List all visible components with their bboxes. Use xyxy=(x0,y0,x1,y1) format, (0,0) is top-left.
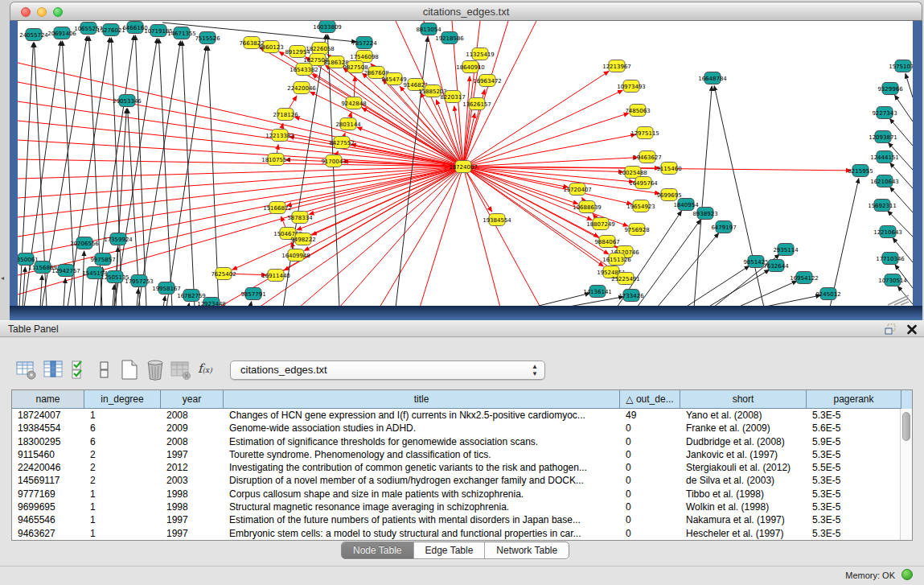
graph-node[interactable]: 15166872 xyxy=(263,202,292,214)
table-row[interactable]: 2242004622012Investigating the contribut… xyxy=(12,461,901,474)
graph-node[interactable]: 20691406 xyxy=(47,27,76,39)
graph-node[interactable]: 7515526 xyxy=(195,32,220,44)
graph-node[interactable]: 8938923 xyxy=(692,208,717,220)
graph-node[interactable]: 16911440 xyxy=(261,270,290,282)
table-row[interactable]: 1830029562008Estimation of significance … xyxy=(12,435,901,448)
graph-node[interactable]: 9857791 xyxy=(240,288,265,300)
network-window-titlebar[interactable]: citations_edges.txt xyxy=(10,2,922,21)
graph-node[interactable]: 20206556 xyxy=(70,237,99,249)
table-row[interactable]: 1872400712008Changes of HCN gene express… xyxy=(12,409,901,422)
graph-node[interactable]: 12444151 xyxy=(870,151,899,163)
graph-node[interactable]: 9699695 xyxy=(656,189,681,201)
tab-edge-table[interactable]: Edge Table xyxy=(414,542,486,558)
graph-node[interactable]: 2803144 xyxy=(335,118,361,130)
scrollbar-thumb[interactable] xyxy=(902,412,910,441)
graph-node[interactable]: 18640910 xyxy=(456,61,485,73)
graph-node[interactable]: 17359924 xyxy=(104,233,133,245)
table-row[interactable]: 1938455462009Genome-wide association stu… xyxy=(12,422,901,435)
column-header-out_de[interactable]: △ out_de... xyxy=(620,390,680,409)
graph-node[interactable]: 16648784 xyxy=(698,72,727,84)
graph-node[interactable]: 16963472 xyxy=(473,75,502,87)
graph-node[interactable]: 8215955 xyxy=(848,165,873,177)
close-panel-icon[interactable] xyxy=(906,323,918,336)
function-builder-icon[interactable]: f(x) xyxy=(198,359,222,381)
column-select-icon[interactable] xyxy=(42,359,66,381)
float-panel-icon[interactable] xyxy=(885,323,898,336)
graph-node[interactable]: 16210643 xyxy=(870,175,899,187)
graph-node[interactable]: 9170043 xyxy=(321,155,346,167)
column-header-year[interactable]: year xyxy=(161,390,224,409)
column-header-pagerank[interactable]: pagerank xyxy=(807,390,901,409)
graph-node[interactable]: 13626157 xyxy=(462,98,491,110)
graph-node[interactable]: 12210643 xyxy=(873,226,902,238)
graph-node[interactable]: 6479197 xyxy=(711,221,736,233)
graph-node[interactable]: 15692311 xyxy=(868,200,897,212)
graph-node[interactable]: 7485063 xyxy=(625,105,650,117)
graph-node[interactable]: 5878334 xyxy=(287,212,313,224)
graph-node[interactable]: 19463627 xyxy=(633,151,662,163)
graph-node[interactable]: 9329966 xyxy=(877,83,903,95)
table-row[interactable]: 969969511998Structural magnetic resonanc… xyxy=(12,501,901,513)
graph-node[interactable]: 9227343 xyxy=(872,107,897,119)
graph-node[interactable]: 15751074 xyxy=(889,60,913,72)
tab-node-table[interactable]: Node Table xyxy=(342,542,414,558)
collapsed-control-panel-strip[interactable] xyxy=(0,0,10,320)
table-row[interactable]: 977716911998Corpus callosum shape and si… xyxy=(12,488,901,501)
table-row[interactable]: 911546021997Tourette syndrome. Phenomeno… xyxy=(12,448,901,461)
graph-node[interactable]: 9245012 xyxy=(815,288,840,300)
status-bar: Memory: OK xyxy=(0,566,924,585)
memory-status-indicator[interactable] xyxy=(901,569,913,580)
graph-node[interactable]: 9115460 xyxy=(656,163,681,175)
graph-node[interactable]: 9756928 xyxy=(624,224,649,236)
table-selector-dropdown[interactable]: citations_edges.txt ▲▼ xyxy=(230,360,545,380)
column-header-in_degree[interactable]: in_degree xyxy=(84,390,161,409)
graph-node[interactable]: 12213383 xyxy=(265,130,294,142)
graph-node[interactable]: 19218586 xyxy=(435,32,464,44)
graph-node[interactable]: 22420046 xyxy=(287,82,316,94)
column-header-title[interactable]: title xyxy=(224,390,620,409)
graph-node[interactable]: 17710346 xyxy=(876,253,905,265)
rows-icon[interactable] xyxy=(93,359,117,381)
graph-node[interactable]: 24055724 xyxy=(19,29,48,41)
graph-node[interactable]: 12213967 xyxy=(602,60,631,72)
table-row[interactable]: 946362711997Embryonic stem cells: a mode… xyxy=(12,527,901,540)
graph-node[interactable]: 16782759 xyxy=(177,290,206,302)
splitter-collapse-arrow[interactable]: ◂ xyxy=(1,274,4,282)
graph-node[interactable]: 12093871 xyxy=(869,131,897,143)
node-table[interactable]: namein_degreeyeartitle△ out_de...shortpa… xyxy=(11,389,913,541)
graph-node[interactable]: 10688639 xyxy=(573,201,602,213)
graph-node[interactable]: 1840954 xyxy=(673,199,699,211)
table-cell: 0 xyxy=(620,474,680,487)
graph-node[interactable]: 1733426 xyxy=(618,290,644,302)
graph-node[interactable]: 19654923 xyxy=(626,200,655,212)
table-row[interactable]: 946554611997Estimation of the future num… xyxy=(12,513,901,526)
graph-node[interactable]: 15720407 xyxy=(563,183,592,196)
column-header-name[interactable]: name xyxy=(12,390,84,409)
network-graph[interactable]: 2405572420691406106552571527602164661601… xyxy=(18,21,913,307)
graph-node[interactable]: 8813054 xyxy=(416,23,441,35)
table-settings-icon[interactable] xyxy=(14,359,39,381)
graph-node[interactable]: 7857224 xyxy=(351,37,377,49)
table-cell: 0 xyxy=(620,501,680,513)
graph-node[interactable]: 11325419 xyxy=(466,48,495,60)
graph-node[interactable]: 16033809 xyxy=(313,21,342,33)
graph-node[interactable]: 12975115 xyxy=(630,127,659,139)
tab-network-table[interactable]: Network Table xyxy=(485,542,569,558)
column-header-short[interactable]: short xyxy=(680,390,807,409)
table-vertical-scrollbar[interactable] xyxy=(900,409,912,541)
graph-node[interactable]: 14136141 xyxy=(583,286,612,298)
graph-node[interactable]: 16409948 xyxy=(281,249,310,262)
graph-node[interactable]: 2935114 xyxy=(773,244,799,256)
table-row[interactable]: 1456911722003Disruption of a novel membe… xyxy=(12,474,901,487)
graph-node[interactable]: 10973493 xyxy=(617,80,646,93)
delete-table-icon[interactable] xyxy=(143,359,167,381)
graph-node[interactable]: 9975857 xyxy=(90,253,115,266)
graph-node[interactable]: 2718126 xyxy=(273,109,298,121)
row-select-icon[interactable] xyxy=(69,359,93,381)
table-cell: Disruption of a novel member of a sodium… xyxy=(224,474,620,487)
graph-node[interactable]: 19384554 xyxy=(483,214,511,226)
new-table-icon[interactable] xyxy=(117,359,142,381)
network-canvas[interactable]: 2405572420691406106552571527602164661601… xyxy=(18,21,913,307)
graph-node[interactable]: 8427552 xyxy=(329,137,354,149)
canvas-resize-grip[interactable] xyxy=(885,295,910,306)
